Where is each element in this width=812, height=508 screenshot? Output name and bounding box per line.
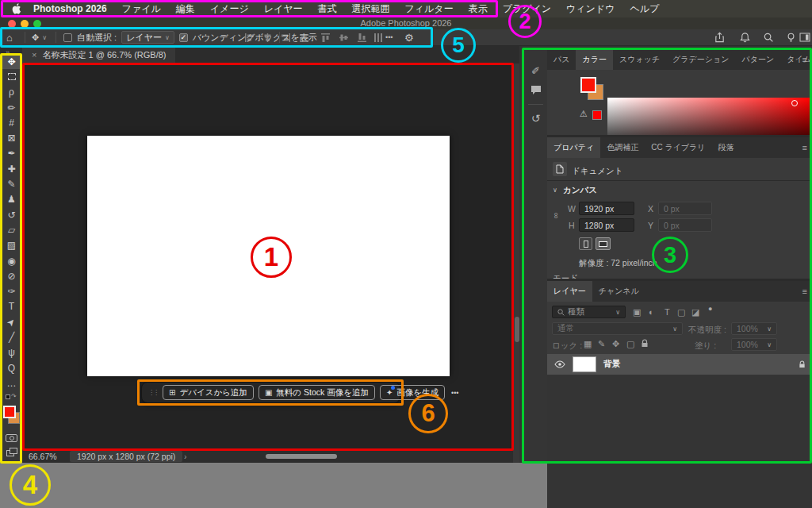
menu-layer[interactable]: レイヤー (264, 2, 303, 16)
taskbar-more-button[interactable]: ••• (451, 389, 458, 397)
tool-gradient[interactable]: ▨ (2, 238, 21, 253)
gamut-warning-icon[interactable]: ⚠ (580, 109, 588, 119)
add-from-device-button[interactable]: ⊞ デバイスから追加 (163, 385, 254, 400)
menu-type[interactable]: 書式 (318, 2, 337, 16)
filter-image-icon[interactable]: ▣ (633, 307, 641, 318)
apple-menu-icon[interactable] (11, 3, 21, 14)
menu-plugins[interactable]: プラグイン (503, 2, 551, 16)
close-tab-icon[interactable]: × (32, 50, 36, 60)
tab-cc-libraries[interactable]: CC ライブラリ (645, 137, 711, 158)
layer-thumbnail[interactable] (573, 356, 596, 372)
auto-select-dropdown[interactable]: レイヤー ∨ (121, 31, 174, 44)
landscape-orientation-button[interactable] (596, 237, 611, 250)
canvas-section-title[interactable]: カンバス (563, 185, 597, 196)
default-swap-colors[interactable]: ↷ (2, 391, 21, 404)
drag-handle-icon[interactable]: ⋮⋮ (148, 390, 158, 396)
status-chevron-icon[interactable]: › (184, 452, 187, 461)
document-canvas[interactable] (87, 136, 450, 376)
tab-color[interactable]: カラー (576, 49, 612, 70)
tab-layers[interactable]: レイヤー (547, 281, 592, 302)
share-icon[interactable] (714, 29, 726, 45)
tab-paragraph[interactable]: 段落 (712, 137, 741, 158)
tool-eyedropper[interactable]: ✒ (2, 146, 21, 161)
canvas-width-field[interactable]: 1920 px (579, 202, 634, 215)
screen-mode-button[interactable] (2, 445, 21, 460)
document-info[interactable]: 1920 px x 1280 px (72 ppi) (70, 451, 182, 462)
layer-filter-search[interactable]: 種類 ∨ (552, 306, 626, 318)
lock-artboard-icon[interactable]: ▢ (626, 339, 634, 349)
tool-clone-stamp[interactable]: ♟ (2, 192, 21, 207)
tool-eraser[interactable]: ▱ (2, 222, 21, 237)
panel-menu-icon[interactable]: ≡ (802, 287, 807, 296)
menu-help[interactable]: ヘルプ (630, 2, 659, 16)
zoom-level[interactable]: 66.67% (29, 452, 57, 461)
distribute-h-button[interactable] (299, 29, 309, 45)
tool-history-brush[interactable]: ↺ (2, 207, 21, 222)
history-panel-icon[interactable]: ↺ (531, 112, 541, 125)
tab-adjustments[interactable]: 色調補正 (600, 137, 645, 158)
align-right-button[interactable] (281, 29, 291, 45)
chevron-down-icon[interactable]: ∨ (553, 187, 557, 194)
tool-crop[interactable]: # (2, 115, 21, 130)
tool-lasso[interactable]: ρ (2, 85, 21, 100)
tab-gradients[interactable]: グラデーション (666, 49, 735, 70)
tool-path-selection[interactable]: ➤ (2, 314, 21, 329)
panel-menu-icon[interactable]: ≡ (802, 143, 807, 152)
auto-select-checkbox[interactable] (63, 33, 72, 42)
tool-healing-brush[interactable]: ✚ (2, 161, 21, 176)
discover-bulb-icon[interactable] (785, 29, 797, 45)
link-dimensions-icon[interactable]: ∞ (552, 213, 561, 219)
tool-rectangular-marquee[interactable] (2, 69, 21, 84)
menu-select[interactable]: 選択範囲 (352, 2, 390, 16)
lock-position-icon[interactable]: ✥ (612, 339, 619, 349)
gear-icon[interactable]: ⚙ (404, 29, 414, 45)
blend-mode-dropdown[interactable]: 通常∨ (552, 322, 683, 335)
filter-smart-object-icon[interactable]: ◪ (691, 307, 699, 318)
filter-frame-icon[interactable]: ▢ (677, 307, 685, 318)
layer-row-background[interactable]: 背景 (547, 354, 812, 375)
align-bottom-button[interactable] (357, 29, 367, 45)
comments-panel-icon[interactable] (530, 85, 542, 95)
canvas-y-field[interactable]: 0 px (658, 218, 712, 232)
tab-swatches[interactable]: スウォッチ (613, 49, 666, 70)
foreground-color-swatch[interactable] (580, 77, 596, 93)
bbox-checkbox[interactable]: ✓ (179, 33, 188, 42)
tool-hand[interactable]: ψ (2, 345, 21, 360)
gamut-color-chip[interactable] (592, 110, 602, 120)
filter-toggle-icon[interactable]: ● (708, 305, 712, 313)
canvas-x-field[interactable]: 0 px (658, 202, 712, 215)
tool-line[interactable]: ╱ (2, 329, 21, 344)
layer-visibility-eye-icon[interactable] (554, 360, 565, 368)
brush-settings-panel-icon[interactable]: ✐ (531, 65, 540, 77)
tool-pen[interactable]: ✑ (2, 283, 21, 298)
horizontal-scrollbar[interactable] (266, 454, 337, 459)
more-options-button[interactable]: ••• (385, 29, 393, 45)
layer-name[interactable]: 背景 (603, 359, 620, 370)
quick-mask-button[interactable] (2, 431, 21, 445)
menu-edit[interactable]: 編集 (176, 2, 195, 16)
tab-timeline[interactable]: タイムライン (780, 49, 812, 70)
panel-menu-icon[interactable]: ≡ (802, 55, 807, 64)
filter-adjustment-icon[interactable]: ◐ (649, 307, 654, 317)
lock-paint-icon[interactable]: ✎ (598, 339, 605, 349)
menu-app-name[interactable]: Photoshop 2026 (33, 3, 107, 14)
canvas-height-field[interactable]: 1280 px (579, 218, 634, 232)
generate-image-button[interactable]: ✦ 画像を生成 (380, 385, 445, 400)
tool-blur[interactable]: ◉ (2, 253, 21, 268)
menu-filter[interactable]: フィルター (405, 2, 454, 16)
search-icon[interactable] (763, 29, 775, 45)
align-center-h-button[interactable] (262, 29, 273, 45)
tab-paths[interactable]: パス (547, 49, 576, 70)
align-top-button[interactable] (320, 29, 331, 45)
tool-zoom[interactable]: Q (2, 360, 21, 375)
portrait-orientation-button[interactable] (579, 237, 592, 250)
more-tools-button[interactable]: … (2, 375, 21, 391)
menu-window[interactable]: ウィンドウ (566, 2, 615, 16)
distribute-v-button[interactable] (373, 29, 383, 45)
tool-move[interactable]: ✥ (2, 54, 21, 69)
tool-object-selection[interactable]: ✏ (2, 100, 21, 115)
menu-file[interactable]: ファイル (122, 2, 161, 16)
tab-patterns[interactable]: パターン (736, 49, 781, 70)
tab-properties[interactable]: プロパティ (547, 137, 600, 158)
lock-transparency-icon[interactable]: ▦ (584, 339, 592, 349)
